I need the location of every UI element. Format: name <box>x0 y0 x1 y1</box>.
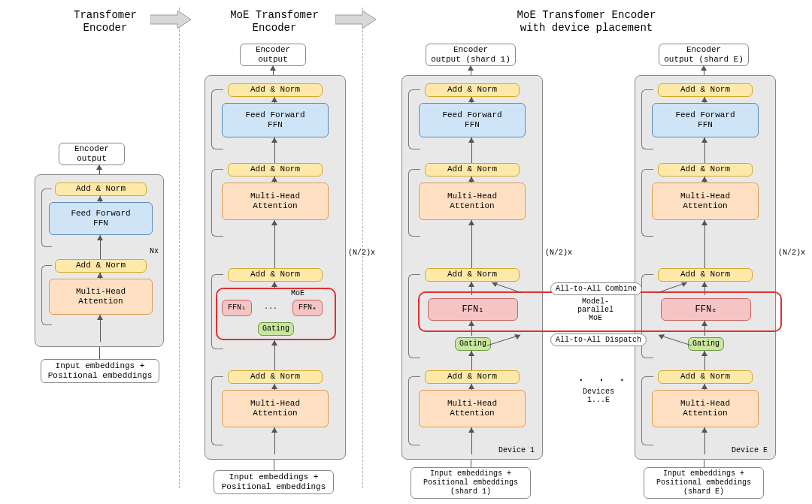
addnorm-1b: Add & Norm <box>55 259 147 273</box>
residual-1a <box>41 189 52 247</box>
addnorm-2d: Add & Norm <box>228 370 323 384</box>
svg-marker-5 <box>681 282 687 287</box>
mha-2b: Multi-Head Attention <box>222 390 329 427</box>
addnorm-d1b: Add & Norm <box>425 163 520 177</box>
addnorm-2c: Add & Norm <box>228 268 323 282</box>
title-moe-device: MoE Transfomer Encoder with device place… <box>466 9 707 35</box>
svg-line-8 <box>659 335 692 346</box>
title-transformer: Transfomer Encoder <box>45 9 165 35</box>
n2x-label-d1: (N/2)x <box>545 249 572 257</box>
input-2: Input embeddings + Positional embeddings <box>214 470 334 494</box>
encoder-output-1: Encoder output <box>59 143 125 165</box>
encoder-output-shE: Encoder output (shard E) <box>659 44 749 66</box>
ffn-1: Feed Forward FFN <box>49 202 153 235</box>
device1-label: Device 1 <box>498 446 535 454</box>
encoder-output-2: Encoder output <box>240 44 306 66</box>
encoder-container-2: Add & Norm Feed Forward FFN Add & Norm M… <box>205 75 346 460</box>
ffn-dE: Feed Forward FFN <box>652 103 759 137</box>
addnorm-2b: Add & Norm <box>228 163 323 177</box>
gating-d1: Gating <box>455 337 491 351</box>
input-1: Input embeddings + Positional embeddings <box>41 359 159 383</box>
expert-ffnE-2: FFNₑ <box>292 300 323 316</box>
encoder-container-1: Add & Norm Feed Forward FFN Add & Norm M… <box>35 174 164 347</box>
addnorm-dEa: Add & Norm <box>658 83 753 97</box>
ffn-2: Feed Forward FFN <box>222 103 329 137</box>
addnorm-2a: Add & Norm <box>228 83 323 97</box>
device-dots: . . . <box>577 371 629 385</box>
residual-1b <box>41 265 52 325</box>
gating-2: Gating <box>258 322 294 336</box>
mha-d1b: Multi-Head Attention <box>419 390 526 427</box>
svg-marker-1 <box>335 11 376 29</box>
devices-label: Devices 1...E <box>576 388 621 404</box>
title-moe: MoE Transfomer Encoder <box>203 9 346 35</box>
combine-arrows <box>492 279 687 296</box>
dispatch-arrows <box>487 330 692 349</box>
addnorm-d1a: Add & Norm <box>425 83 520 97</box>
input-shE: Input embeddings + Positional embeddings… <box>644 467 764 499</box>
svg-line-6 <box>487 335 520 346</box>
n2x-label-dE: (N/2)x <box>778 249 805 257</box>
gating-dE: Gating <box>688 337 724 351</box>
mha-dEa: Multi-Head Attention <box>652 183 759 220</box>
nx-label: Nx <box>150 247 159 255</box>
n2x-label-2: (N/2)x <box>348 249 375 257</box>
svg-marker-3 <box>492 282 498 287</box>
svg-marker-0 <box>150 11 191 29</box>
mp-moe-label: Model-parallel MoE <box>565 297 626 322</box>
mha-2a: Multi-Head Attention <box>222 183 329 220</box>
progress-arrow-2 <box>335 11 376 29</box>
moe-label-2: MoE <box>291 289 304 297</box>
deviceE-label: Device E <box>732 446 768 454</box>
mha-1: Multi-Head Attention <box>49 279 153 315</box>
addnorm-1a: Add & Norm <box>55 183 147 196</box>
mha-d1a: Multi-Head Attention <box>419 183 526 220</box>
expert-ellipsis-2: ... <box>264 303 277 311</box>
encoder-output-sh1: Encoder output (shard 1) <box>426 44 516 66</box>
addnorm-dEb: Add & Norm <box>658 163 753 177</box>
ffn-d1: Feed Forward FFN <box>419 103 526 137</box>
mha-dEb: Multi-Head Attention <box>652 390 759 427</box>
encoder-container-d1: Add & Norm Feed Forward FFN Add & Norm M… <box>401 75 543 460</box>
progress-arrow-1 <box>150 11 191 29</box>
input-sh1: Input embeddings + Positional embeddings… <box>411 467 531 499</box>
addnorm-d1d: Add & Norm <box>425 370 520 384</box>
encoder-container-dE: Add & Norm Feed Forward FFN Add & Norm M… <box>635 75 776 460</box>
expert-ffn1-2: FFN₁ <box>222 300 252 316</box>
addnorm-dEd: Add & Norm <box>658 370 753 384</box>
